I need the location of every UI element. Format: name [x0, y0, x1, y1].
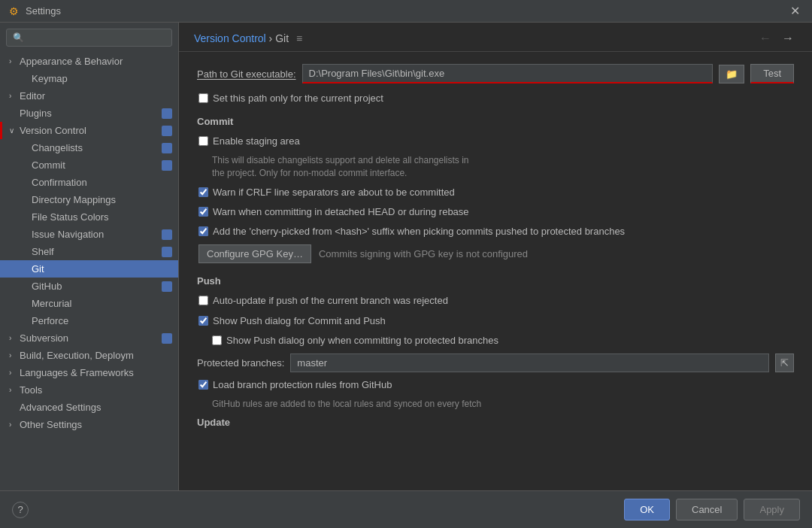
- arrow-icon: ›: [9, 351, 17, 360]
- show-push-protected-checkbox[interactable]: [212, 335, 222, 345]
- load-branch-protection-sublabel: GitHub rules are added to the local rule…: [212, 398, 794, 411]
- path-label: Path to Git executable:: [197, 68, 296, 80]
- sidebar-item-changelists[interactable]: Changelists: [0, 139, 178, 156]
- test-button[interactable]: Test: [750, 64, 794, 83]
- close-button[interactable]: ✕: [786, 2, 804, 20]
- enable-staging-checkbox[interactable]: [198, 136, 208, 146]
- sidebar-item-label: Languages & Frameworks: [20, 367, 172, 378]
- sidebar-item-label: Changelists: [32, 142, 162, 153]
- sidebar-item-label: Subversion: [20, 332, 162, 344]
- sidebar-item-label: Shelf: [32, 246, 162, 257]
- sidebar-item-version-control[interactable]: ∨Version Control: [0, 122, 178, 139]
- warn-detached-label: Warn when committing in detached HEAD or…: [213, 205, 469, 219]
- arrow-icon: ›: [9, 57, 17, 65]
- folder-button[interactable]: 📁: [719, 65, 744, 83]
- load-branch-protection-checkbox[interactable]: [198, 380, 208, 390]
- warn-crlf-label: Warn if CRLF line separators are about t…: [213, 186, 455, 199]
- content-panel: Version Control › Git ≡ ← → Path to Git …: [179, 23, 812, 490]
- sidebar-badge: [162, 229, 172, 240]
- cherry-pick-row: Add the 'cherry-picked from <hash>' suff…: [197, 225, 794, 238]
- arrow-icon: ›: [9, 420, 17, 429]
- cancel-button[interactable]: Cancel: [676, 499, 738, 520]
- sidebar-badge: [162, 264, 172, 275]
- search-input[interactable]: [6, 29, 172, 47]
- current-project-label: Set this path only for the current proje…: [213, 93, 383, 104]
- sidebar-item-file-status-colors[interactable]: File Status Colors: [0, 208, 178, 226]
- sidebar-item-confirmation[interactable]: Confirmation: [0, 174, 178, 191]
- sidebar-badge: [162, 333, 172, 344]
- nav-arrows: ← →: [756, 32, 797, 45]
- sidebar-badge: [162, 247, 172, 257]
- sidebar-item-git[interactable]: Git: [0, 260, 178, 278]
- title-bar: ⚙ Settings ✕: [0, 0, 812, 23]
- sidebar-badge: [162, 143, 172, 153]
- sidebar-item-appearance[interactable]: ›Appearance & Behavior: [0, 53, 178, 70]
- sidebar-item-perforce[interactable]: Perforce: [0, 312, 178, 329]
- sidebar-item-label: Directory Mappings: [32, 194, 172, 205]
- sidebar-item-label: Perforce: [32, 315, 172, 326]
- forward-button[interactable]: →: [779, 32, 797, 45]
- load-branch-protection-row: Load branch protection rules from GitHub: [197, 378, 794, 392]
- back-button[interactable]: ←: [756, 32, 774, 45]
- breadcrumb: Version Control › Git ≡: [194, 32, 756, 44]
- sidebar-item-languages-frameworks[interactable]: ›Languages & Frameworks: [0, 364, 178, 381]
- current-project-checkbox[interactable]: [198, 93, 208, 103]
- protected-branches-row: Protected branches: ⇱: [197, 354, 794, 372]
- sidebar-item-label: GitHub: [32, 281, 162, 292]
- ok-button[interactable]: OK: [624, 499, 670, 520]
- breadcrumb-current: Git: [275, 32, 289, 44]
- sidebar-item-plugins[interactable]: Plugins: [0, 105, 178, 122]
- apply-button[interactable]: Apply: [744, 499, 800, 520]
- show-push-dialog-label: Show Push dialog for Commit and Push: [213, 314, 386, 328]
- sidebar-item-subversion[interactable]: ›Subversion: [0, 329, 178, 347]
- update-section-header: Update: [197, 417, 794, 428]
- sidebar-item-label: Editor: [20, 90, 172, 102]
- arrow-icon: ›: [9, 92, 17, 100]
- cherry-pick-label: Add the 'cherry-picked from <hash>' suff…: [213, 225, 625, 238]
- sidebar-item-issue-navigation[interactable]: Issue Navigation: [0, 226, 178, 243]
- sidebar-item-label: Advanced Settings: [20, 402, 172, 413]
- protected-branches-expand[interactable]: ⇱: [775, 354, 794, 372]
- configure-gpg-button[interactable]: Configure GPG Key…: [198, 244, 311, 263]
- sidebar-item-label: Commit: [32, 159, 162, 171]
- path-input[interactable]: [302, 64, 714, 83]
- gpg-row: Configure GPG Key… Commits signing with …: [197, 244, 794, 263]
- enable-staging-label: Enable staging area: [213, 135, 300, 148]
- sidebar-item-shelf[interactable]: Shelf: [0, 243, 178, 260]
- warn-detached-row: Warn when committing in detached HEAD or…: [197, 205, 794, 219]
- sidebar-item-label: Appearance & Behavior: [20, 56, 172, 67]
- sidebar-item-other-settings[interactable]: ›Other Settings: [0, 416, 178, 433]
- sidebar: ›Appearance & BehaviorKeymap›EditorPlugi…: [0, 23, 179, 490]
- sidebar-item-advanced-settings[interactable]: Advanced Settings: [0, 399, 178, 416]
- commit-section-header: Commit: [197, 116, 794, 127]
- show-push-dialog-checkbox[interactable]: [198, 316, 208, 326]
- sidebar-item-tools[interactable]: ›Tools: [0, 381, 178, 399]
- sidebar-item-keymap[interactable]: Keymap: [0, 70, 178, 87]
- sidebar-item-commit[interactable]: Commit: [0, 156, 178, 174]
- cherry-pick-checkbox[interactable]: [198, 226, 208, 236]
- sidebar-item-label: Issue Navigation: [32, 229, 162, 240]
- sidebar-item-directory-mappings[interactable]: Directory Mappings: [0, 191, 178, 208]
- sidebar-item-editor[interactable]: ›Editor: [0, 87, 178, 105]
- content-body: Path to Git executable: 📁 Test Set this …: [179, 52, 812, 490]
- warn-detached-checkbox[interactable]: [198, 207, 208, 217]
- auto-update-row: Auto-update if push of the current branc…: [197, 294, 794, 308]
- arrow-icon: ∨: [9, 126, 17, 135]
- auto-update-checkbox[interactable]: [198, 296, 208, 305]
- enable-staging-row: Enable staging area: [197, 135, 794, 148]
- show-push-protected-label: Show Push dialog only when committing to…: [226, 334, 498, 347]
- gpg-status-label: Commits signing with GPG key is not conf…: [319, 248, 528, 259]
- sidebar-item-label: Tools: [20, 384, 172, 396]
- help-button[interactable]: ?: [12, 502, 29, 518]
- warn-crlf-row: Warn if CRLF line separators are about t…: [197, 186, 794, 199]
- auto-update-label: Auto-update if push of the current branc…: [213, 294, 448, 308]
- sidebar-item-mercurial[interactable]: Mercurial: [0, 295, 178, 312]
- sidebar-item-label: Plugins: [20, 108, 162, 119]
- window-title: Settings: [26, 5, 786, 17]
- protected-branches-input[interactable]: [290, 354, 769, 372]
- sidebar-item-github[interactable]: GitHub: [0, 278, 178, 295]
- sidebar-item-build-execution[interactable]: ›Build, Execution, Deploym: [0, 347, 178, 364]
- warn-crlf-checkbox[interactable]: [198, 187, 208, 197]
- sidebar-item-label: Mercurial: [32, 298, 172, 309]
- git-path-row: Path to Git executable: 📁 Test: [197, 64, 794, 83]
